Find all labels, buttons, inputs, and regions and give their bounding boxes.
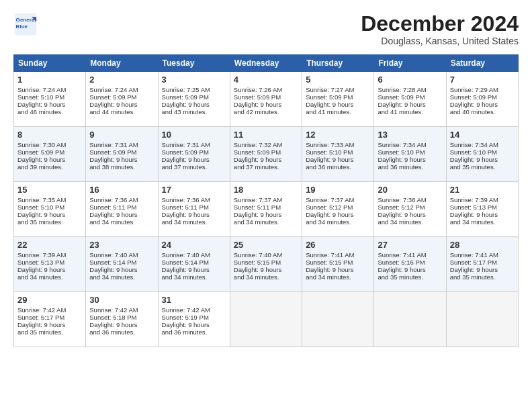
day-info-line: and 39 minutes. [17,163,82,171]
table-row: 15Sunrise: 7:35 AMSunset: 5:10 PMDayligh… [14,182,86,237]
day-info-line: Sunset: 5:10 PM [17,93,82,101]
day-number: 10 [162,130,226,140]
day-number: 25 [234,240,298,250]
page: General Blue December 2024 Douglass, Kan… [0,0,532,354]
day-info-line: Sunrise: 7:40 AM [89,251,154,259]
table-row: 29Sunrise: 7:42 AMSunset: 5:17 PMDayligh… [14,292,86,347]
day-info-line: and 35 minutes. [378,273,442,281]
table-row: 14Sunrise: 7:34 AMSunset: 5:10 PMDayligh… [446,127,518,182]
table-row: 18Sunrise: 7:37 AMSunset: 5:11 PMDayligh… [230,182,302,237]
day-info-line: Sunrise: 7:39 AM [17,251,82,259]
day-info-line: Sunrise: 7:35 AM [17,196,82,203]
day-info-line: Sunrise: 7:27 AM [306,86,370,93]
day-info-line: Sunset: 5:16 PM [378,259,442,266]
day-info-line: Sunset: 5:09 PM [450,93,515,101]
day-number: 23 [89,240,154,250]
day-info-line: and 37 minutes. [162,163,226,171]
day-info-line: Sunrise: 7:41 AM [450,251,515,259]
day-number: 31 [162,295,226,305]
table-row [374,292,446,347]
day-info-line: and 34 minutes. [450,218,515,226]
day-number: 20 [378,185,442,195]
day-info-line: and 36 minutes. [89,328,154,336]
table-row [230,292,302,347]
day-info-line: Daylight: 9 hours [378,156,442,163]
day-info-line: Sunrise: 7:24 AM [89,86,154,93]
day-info-line: Daylight: 9 hours [162,101,226,108]
day-info-line: Daylight: 9 hours [162,156,226,163]
day-number: 19 [306,185,370,195]
table-row: 25Sunrise: 7:40 AMSunset: 5:15 PMDayligh… [230,237,302,292]
day-info-line: and 38 minutes. [89,163,154,171]
day-number: 13 [378,130,442,140]
day-info-line: Sunrise: 7:32 AM [234,141,298,148]
table-row: 6Sunrise: 7:28 AMSunset: 5:09 PMDaylight… [374,72,446,127]
day-info-line: and 34 minutes. [378,218,442,226]
day-number: 4 [234,75,298,85]
day-info-line: and 43 minutes. [162,108,226,116]
day-number: 15 [17,185,82,195]
day-info-line: Sunset: 5:14 PM [89,259,154,266]
day-info-line: and 35 minutes. [17,328,82,336]
day-info-line: Sunrise: 7:31 AM [89,141,154,148]
day-info-line: Daylight: 9 hours [89,266,154,273]
day-info-line: Sunrise: 7:42 AM [17,306,82,314]
day-info-line: Sunrise: 7:40 AM [162,251,226,259]
day-info-line: and 34 minutes. [306,273,370,281]
day-info-line: Daylight: 9 hours [378,101,442,108]
day-info-line: Sunrise: 7:25 AM [162,86,226,93]
table-row: 1Sunrise: 7:24 AMSunset: 5:10 PMDaylight… [14,72,86,127]
day-info-line: Sunset: 5:13 PM [17,259,82,266]
day-info-line: Daylight: 9 hours [89,321,154,328]
day-info-line: Sunrise: 7:42 AM [89,306,154,314]
table-row: 19Sunrise: 7:37 AMSunset: 5:12 PMDayligh… [302,182,374,237]
day-info-line: and 34 minutes. [234,218,298,226]
day-info-line: Sunrise: 7:37 AM [306,196,370,203]
day-info-line: Sunrise: 7:37 AM [234,196,298,203]
day-info-line: Sunrise: 7:36 AM [89,196,154,203]
day-info-line: Sunset: 5:09 PM [162,148,226,156]
day-info-line: Sunrise: 7:38 AM [378,196,442,203]
day-info-line: and 44 minutes. [89,108,154,116]
day-info-line: Daylight: 9 hours [378,211,442,218]
day-info-line: Sunset: 5:11 PM [162,203,226,211]
day-info-line: Sunset: 5:09 PM [89,148,154,156]
day-info-line: Sunrise: 7:26 AM [234,86,298,93]
day-info-line: Daylight: 9 hours [234,211,298,218]
header: General Blue December 2024 Douglass, Kan… [13,12,519,46]
day-info-line: Sunset: 5:09 PM [162,93,226,101]
table-row: 30Sunrise: 7:42 AMSunset: 5:18 PMDayligh… [86,292,158,347]
day-info-line: Daylight: 9 hours [162,266,226,273]
day-info-line: and 35 minutes. [450,163,515,171]
day-number: 27 [378,240,442,250]
day-info-line: Sunset: 5:11 PM [89,203,154,211]
calendar-body: 1Sunrise: 7:24 AMSunset: 5:10 PMDaylight… [14,72,519,347]
day-info-line: Daylight: 9 hours [378,266,442,273]
day-info-line: Sunset: 5:09 PM [234,93,298,101]
day-info-line: Daylight: 9 hours [89,211,154,218]
table-row: 13Sunrise: 7:34 AMSunset: 5:10 PMDayligh… [374,127,446,182]
day-info-line: Daylight: 9 hours [234,101,298,108]
day-info-line: and 37 minutes. [234,163,298,171]
day-info-line: Daylight: 9 hours [234,156,298,163]
day-number: 16 [89,185,154,195]
day-info-line: Daylight: 9 hours [89,156,154,163]
header-monday: Monday [86,55,158,72]
day-info-line: Daylight: 9 hours [450,266,515,273]
logo-icon: General Blue [13,12,38,36]
day-number: 3 [162,75,226,85]
day-info-line: Daylight: 9 hours [17,321,82,328]
day-info-line: Sunset: 5:09 PM [89,93,154,101]
table-row: 23Sunrise: 7:40 AMSunset: 5:14 PMDayligh… [86,237,158,292]
day-number: 17 [162,185,226,195]
day-info-line: Sunrise: 7:30 AM [17,141,82,148]
day-info-line: Sunset: 5:10 PM [378,148,442,156]
month-title: December 2024 [361,12,519,36]
table-row: 3Sunrise: 7:25 AMSunset: 5:09 PMDaylight… [158,72,230,127]
day-info-line: Sunset: 5:09 PM [17,148,82,156]
day-info-line: and 35 minutes. [450,273,515,281]
day-info-line: Daylight: 9 hours [306,211,370,218]
table-row: 28Sunrise: 7:41 AMSunset: 5:17 PMDayligh… [446,237,518,292]
day-info-line: Daylight: 9 hours [17,101,82,108]
day-number: 21 [450,185,515,195]
